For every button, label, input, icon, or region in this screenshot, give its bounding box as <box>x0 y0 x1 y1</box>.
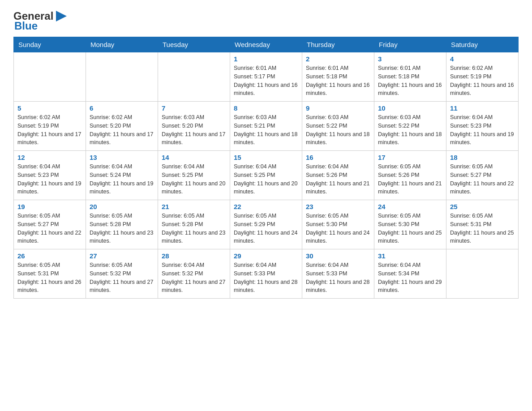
day-info: Sunrise: 6:04 AMSunset: 5:25 PMDaylight:… <box>234 163 298 196</box>
day-info: Sunrise: 6:04 AMSunset: 5:33 PMDaylight:… <box>306 261 370 295</box>
day-number: 21 <box>162 203 226 210</box>
day-info: Sunrise: 6:04 AMSunset: 5:32 PMDaylight:… <box>162 261 226 295</box>
day-info: Sunrise: 6:05 AMSunset: 5:27 PMDaylight:… <box>17 212 82 245</box>
calendar-week-row: 5Sunrise: 6:02 AMSunset: 5:19 PMDaylight… <box>14 102 519 151</box>
calendar-day-cell: 19Sunrise: 6:05 AMSunset: 5:27 PMDayligh… <box>14 200 86 249</box>
day-number: 1 <box>234 55 298 63</box>
day-number: 11 <box>450 104 515 112</box>
calendar-day-cell: 29Sunrise: 6:04 AMSunset: 5:33 PMDayligh… <box>230 249 302 299</box>
day-number: 9 <box>306 104 370 112</box>
day-number: 22 <box>234 203 298 210</box>
calendar-day-cell <box>86 52 158 102</box>
calendar-day-cell: 28Sunrise: 6:04 AMSunset: 5:32 PMDayligh… <box>158 249 230 299</box>
calendar-day-cell: 12Sunrise: 6:04 AMSunset: 5:23 PMDayligh… <box>14 151 86 200</box>
day-number: 13 <box>90 154 154 161</box>
day-number: 20 <box>90 203 154 210</box>
day-number: 7 <box>162 104 226 112</box>
day-info: Sunrise: 6:02 AMSunset: 5:20 PMDaylight:… <box>90 113 154 147</box>
day-of-week-header: Tuesday <box>158 37 230 52</box>
day-number: 8 <box>234 104 298 112</box>
calendar-day-cell: 1Sunrise: 6:01 AMSunset: 5:17 PMDaylight… <box>230 52 302 102</box>
calendar-day-cell: 21Sunrise: 6:05 AMSunset: 5:28 PMDayligh… <box>158 200 230 249</box>
svg-marker-0 <box>56 11 67 21</box>
calendar-day-cell: 22Sunrise: 6:05 AMSunset: 5:29 PMDayligh… <box>230 200 302 249</box>
day-number: 28 <box>162 252 226 260</box>
day-info: Sunrise: 6:05 AMSunset: 5:30 PMDaylight:… <box>306 212 370 245</box>
day-info: Sunrise: 6:05 AMSunset: 5:28 PMDaylight:… <box>90 212 154 245</box>
day-of-week-header: Sunday <box>14 37 86 52</box>
calendar-day-cell: 7Sunrise: 6:03 AMSunset: 5:20 PMDaylight… <box>158 102 230 151</box>
calendar-day-cell: 14Sunrise: 6:04 AMSunset: 5:25 PMDayligh… <box>158 151 230 200</box>
calendar-day-cell: 26Sunrise: 6:05 AMSunset: 5:31 PMDayligh… <box>14 249 86 299</box>
day-info: Sunrise: 6:05 AMSunset: 5:29 PMDaylight:… <box>234 212 298 245</box>
day-number: 10 <box>378 104 442 112</box>
day-number: 12 <box>17 154 82 161</box>
day-of-week-header: Wednesday <box>230 37 302 52</box>
calendar-day-cell: 30Sunrise: 6:04 AMSunset: 5:33 PMDayligh… <box>302 249 374 299</box>
calendar-day-cell: 20Sunrise: 6:05 AMSunset: 5:28 PMDayligh… <box>86 200 158 249</box>
day-number: 23 <box>306 203 370 210</box>
calendar-week-row: 1Sunrise: 6:01 AMSunset: 5:17 PMDaylight… <box>14 52 519 102</box>
day-number: 2 <box>306 55 370 63</box>
calendar-day-cell: 5Sunrise: 6:02 AMSunset: 5:19 PMDaylight… <box>14 102 86 151</box>
calendar-day-cell: 4Sunrise: 6:02 AMSunset: 5:19 PMDaylight… <box>446 52 519 102</box>
day-info: Sunrise: 6:04 AMSunset: 5:24 PMDaylight:… <box>90 163 154 196</box>
calendar-day-cell <box>158 52 230 102</box>
day-info: Sunrise: 6:05 AMSunset: 5:31 PMDaylight:… <box>450 212 515 245</box>
day-number: 5 <box>17 104 82 112</box>
day-number: 24 <box>378 203 442 210</box>
day-info: Sunrise: 6:05 AMSunset: 5:27 PMDaylight:… <box>450 163 515 196</box>
calendar-day-cell: 11Sunrise: 6:04 AMSunset: 5:23 PMDayligh… <box>446 102 519 151</box>
calendar-week-row: 12Sunrise: 6:04 AMSunset: 5:23 PMDayligh… <box>14 151 519 200</box>
logo-blue-text: Blue <box>14 20 38 32</box>
page-header: General Blue <box>13 9 519 32</box>
calendar-day-cell: 23Sunrise: 6:05 AMSunset: 5:30 PMDayligh… <box>302 200 374 249</box>
day-info: Sunrise: 6:04 AMSunset: 5:34 PMDaylight:… <box>378 261 442 295</box>
day-info: Sunrise: 6:04 AMSunset: 5:25 PMDaylight:… <box>162 163 226 196</box>
day-number: 31 <box>378 252 442 260</box>
day-number: 25 <box>450 203 515 210</box>
day-of-week-header: Saturday <box>446 37 519 52</box>
logo: General Blue <box>13 9 69 32</box>
logo-flag-icon <box>54 9 69 23</box>
day-number: 14 <box>162 154 226 161</box>
day-info: Sunrise: 6:05 AMSunset: 5:28 PMDaylight:… <box>162 212 226 245</box>
day-info: Sunrise: 6:05 AMSunset: 5:31 PMDaylight:… <box>17 261 82 295</box>
calendar-day-cell: 10Sunrise: 6:03 AMSunset: 5:22 PMDayligh… <box>374 102 446 151</box>
day-info: Sunrise: 6:01 AMSunset: 5:18 PMDaylight:… <box>378 64 442 98</box>
calendar-day-cell: 3Sunrise: 6:01 AMSunset: 5:18 PMDaylight… <box>374 52 446 102</box>
day-number: 18 <box>450 154 515 161</box>
calendar-table: SundayMondayTuesdayWednesdayThursdayFrid… <box>13 37 519 299</box>
day-info: Sunrise: 6:04 AMSunset: 5:23 PMDaylight:… <box>450 113 515 147</box>
day-info: Sunrise: 6:05 AMSunset: 5:26 PMDaylight:… <box>378 163 442 196</box>
calendar-day-cell: 27Sunrise: 6:05 AMSunset: 5:32 PMDayligh… <box>86 249 158 299</box>
day-info: Sunrise: 6:03 AMSunset: 5:21 PMDaylight:… <box>234 113 298 147</box>
calendar-day-cell <box>14 52 86 102</box>
calendar-day-cell: 24Sunrise: 6:05 AMSunset: 5:30 PMDayligh… <box>374 200 446 249</box>
day-info: Sunrise: 6:01 AMSunset: 5:17 PMDaylight:… <box>234 64 298 98</box>
calendar-day-cell: 16Sunrise: 6:04 AMSunset: 5:26 PMDayligh… <box>302 151 374 200</box>
calendar-day-cell: 31Sunrise: 6:04 AMSunset: 5:34 PMDayligh… <box>374 249 446 299</box>
day-info: Sunrise: 6:04 AMSunset: 5:33 PMDaylight:… <box>234 261 298 295</box>
day-info: Sunrise: 6:02 AMSunset: 5:19 PMDaylight:… <box>450 64 515 98</box>
calendar-week-row: 26Sunrise: 6:05 AMSunset: 5:31 PMDayligh… <box>14 249 519 299</box>
calendar-week-row: 19Sunrise: 6:05 AMSunset: 5:27 PMDayligh… <box>14 200 519 249</box>
day-number: 17 <box>378 154 442 161</box>
day-number: 4 <box>450 55 515 63</box>
day-info: Sunrise: 6:03 AMSunset: 5:22 PMDaylight:… <box>378 113 442 147</box>
day-info: Sunrise: 6:03 AMSunset: 5:20 PMDaylight:… <box>162 113 226 147</box>
day-number: 29 <box>234 252 298 260</box>
day-info: Sunrise: 6:05 AMSunset: 5:32 PMDaylight:… <box>90 261 154 295</box>
calendar-day-cell: 17Sunrise: 6:05 AMSunset: 5:26 PMDayligh… <box>374 151 446 200</box>
day-number: 30 <box>306 252 370 260</box>
day-of-week-header: Friday <box>374 37 446 52</box>
day-number: 6 <box>90 104 154 112</box>
day-info: Sunrise: 6:04 AMSunset: 5:23 PMDaylight:… <box>17 163 82 196</box>
day-number: 15 <box>234 154 298 161</box>
calendar-day-cell: 2Sunrise: 6:01 AMSunset: 5:18 PMDaylight… <box>302 52 374 102</box>
day-info: Sunrise: 6:01 AMSunset: 5:18 PMDaylight:… <box>306 64 370 98</box>
day-info: Sunrise: 6:03 AMSunset: 5:22 PMDaylight:… <box>306 113 370 147</box>
calendar-day-cell: 13Sunrise: 6:04 AMSunset: 5:24 PMDayligh… <box>86 151 158 200</box>
day-of-week-header: Thursday <box>302 37 374 52</box>
day-info: Sunrise: 6:02 AMSunset: 5:19 PMDaylight:… <box>17 113 82 147</box>
